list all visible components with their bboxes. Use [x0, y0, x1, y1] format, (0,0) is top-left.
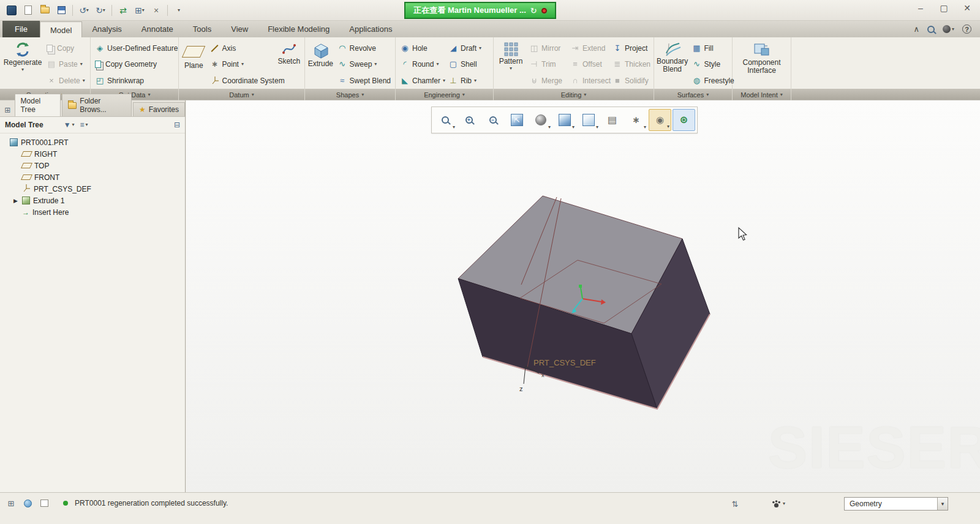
trim-button[interactable]: ⊣Trim [527, 57, 567, 72]
tree-columns-button[interactable]: ≡▾ [80, 121, 88, 129]
datum-display-button[interactable]: ∗▾ [625, 109, 647, 131]
rib-button[interactable]: ⊥Rib▾ [447, 73, 489, 88]
sketch-button[interactable]: Sketch [276, 39, 302, 89]
annotation-display-button[interactable]: ◉▾ [649, 109, 671, 131]
group-label-datum[interactable]: Datum▾ [179, 89, 304, 100]
extend-button[interactable]: ⇥Extend [568, 40, 609, 56]
group-label-shapes[interactable]: Shapes▾ [305, 89, 395, 100]
tree-item-part[interactable]: PRT0001.PRT [0, 137, 185, 148]
thicken-button[interactable]: ≣Thicken [611, 57, 650, 72]
chevron-down-icon[interactable]: ▼ [937, 498, 948, 510]
shell-button[interactable]: ▢Shell [447, 57, 489, 72]
tree-settings-button[interactable]: ⊟ [174, 121, 180, 129]
swept-blend-button[interactable]: ≈Swept Blend [336, 73, 393, 88]
undo-button[interactable]: ↺▾ [77, 4, 91, 17]
customize-qat-button[interactable]: ▾ [172, 4, 186, 17]
merge-button[interactable]: ⊎Merge [527, 73, 567, 88]
tab-flexible-modeling[interactable]: Flexible Modeling [258, 21, 339, 37]
draft-button[interactable]: ◢Draft▾ [447, 40, 489, 56]
spin-center-button[interactable]: ⊛ [673, 109, 695, 131]
fill-button[interactable]: ▦Fill [690, 40, 736, 56]
help-button[interactable]: ? [962, 24, 971, 34]
find-button[interactable] [771, 498, 783, 510]
group-label-surfaces[interactable]: Surfaces▾ [654, 89, 732, 100]
point-button[interactable]: ∗Point▾ [208, 57, 274, 72]
paste-button[interactable]: ▤Paste▾ [45, 57, 87, 72]
delete-button[interactable]: ×Delete▾ [45, 73, 87, 88]
project-button[interactable]: ↧Project [611, 40, 650, 56]
tree-item-top[interactable]: TOP [0, 160, 185, 171]
collapse-ribbon-button[interactable]: ∧ [913, 24, 919, 34]
tab-folder-browser[interactable]: Folder Brows... [62, 94, 132, 116]
save-button[interactable] [55, 4, 68, 17]
freestyle-button[interactable]: ◍Freestyle [690, 73, 736, 88]
select-arrows-button[interactable]: ⇅ [729, 498, 741, 510]
plane-button[interactable]: Plane [181, 39, 206, 89]
component-interface-button[interactable]: Component Interface [737, 39, 786, 89]
shrinkwrap-button[interactable]: ◰Shrinkwrap [93, 73, 179, 88]
close-window-button[interactable]: × [149, 4, 163, 17]
tree-item-insert-here[interactable]: →Insert Here [0, 206, 185, 218]
sweep-button[interactable]: ∿Sweep▾ [336, 57, 393, 72]
saved-orientations-button[interactable]: ▾ [577, 109, 600, 131]
tree-item-front[interactable]: FRONT [0, 171, 185, 183]
tree-item-right[interactable]: RIGHT [0, 148, 185, 160]
group-label-model-intent[interactable]: Model Intent▾ [733, 89, 791, 100]
tab-annotate[interactable]: Annotate [132, 21, 183, 37]
expand-arrow-icon[interactable]: ▶ [13, 198, 19, 204]
graphics-area[interactable]: PRT_CSYS_DEF z x ▾ + − ⇱ ▾ ▾ ▾ ▤ ∗▾ ◉▾ ⊛ [186, 100, 980, 492]
tree-item-extrude[interactable]: ▶Extrude 1 [0, 195, 185, 206]
chamfer-button[interactable]: ◣Chamfer▾ [398, 73, 445, 88]
display-style-button[interactable]: ▾ [553, 109, 576, 131]
tab-file[interactable]: File [2, 21, 40, 37]
offset-button[interactable]: ≡Offset [568, 57, 609, 72]
tree-filter-button[interactable]: ▼▾ [64, 121, 75, 129]
copy-geometry-button[interactable]: Copy Geometry [93, 57, 179, 72]
user-defined-feature-button[interactable]: ◈User-Defined Feature [93, 40, 179, 56]
tab-tools[interactable]: Tools [183, 21, 221, 37]
navigator-toggle-button[interactable]: ⊞ [5, 497, 17, 509]
refit-button[interactable]: ⇱ [505, 109, 528, 131]
tab-model[interactable]: Model [40, 21, 82, 37]
tab-analysis[interactable]: Analysis [82, 21, 131, 37]
connections-button[interactable]: ▾ [943, 25, 954, 33]
tree-item-csys[interactable]: PRT_CSYS_DEF [0, 183, 185, 195]
windows-button[interactable]: ⊞▾ [133, 4, 146, 17]
tab-view[interactable]: View [221, 21, 258, 37]
regenerate-button[interactable]: Regenerate ▾ [2, 39, 43, 89]
zoom-region-button[interactable]: ▾ [434, 109, 456, 131]
shade-button[interactable]: ▾ [529, 109, 552, 131]
view-manager-button[interactable]: ▤ [601, 109, 624, 131]
close-button[interactable]: ✕ [960, 3, 974, 13]
coordinate-system-button[interactable]: Coordinate System [208, 73, 274, 88]
intersect-button[interactable]: ∩Intersect [568, 73, 609, 88]
navigator-grid-icon[interactable]: ⊞ [2, 104, 13, 116]
extrude-button[interactable]: Extrude [307, 39, 334, 89]
group-label-editing[interactable]: Editing▾ [494, 89, 654, 100]
round-button[interactable]: ◜Round▾ [398, 57, 445, 72]
axis-button[interactable]: Axis [208, 40, 274, 56]
style-button[interactable]: ∿Style [690, 57, 736, 72]
solidify-button[interactable]: ■Solidify [611, 73, 650, 88]
open-button[interactable] [38, 4, 51, 17]
hole-button[interactable]: ◉Hole [398, 40, 445, 56]
group-label-engineering[interactable]: Engineering▾ [396, 89, 493, 100]
pattern-button[interactable]: Pattern ▾ [496, 39, 526, 89]
boundary-blend-button[interactable]: Boundary Blend [657, 39, 688, 89]
redo-button[interactable]: ↻▾ [94, 4, 107, 17]
new-file-button[interactable] [21, 4, 35, 17]
tab-model-tree[interactable]: Model Tree [15, 94, 61, 116]
copy-button[interactable]: Copy [45, 40, 87, 56]
zoom-in-button[interactable]: + [458, 109, 480, 131]
console-toggle-button[interactable] [38, 497, 50, 509]
search-button[interactable] [927, 26, 935, 33]
browser-toggle-button[interactable] [21, 497, 34, 509]
maximize-button[interactable]: ▢ [937, 3, 951, 13]
revolve-button[interactable]: ◠Revolve [336, 40, 393, 56]
selection-filter-dropdown[interactable]: Geometry ▼ [844, 497, 948, 511]
app-logo-icon[interactable] [5, 4, 18, 17]
zoom-out-button[interactable]: − [481, 109, 504, 131]
mirror-button[interactable]: ◫Mirror [527, 40, 567, 56]
minimize-button[interactable]: – [914, 3, 927, 13]
tab-applications[interactable]: Applications [339, 21, 402, 37]
